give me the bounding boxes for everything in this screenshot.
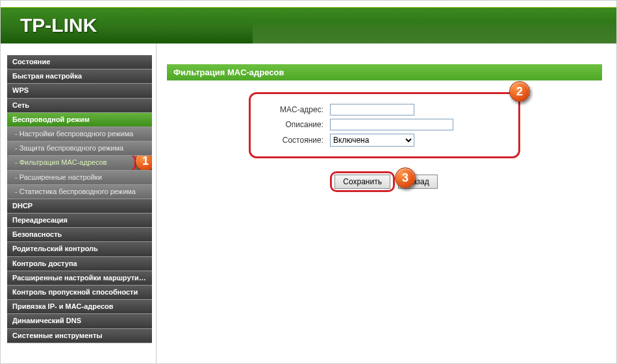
save-highlight: Сохранить	[330, 171, 395, 192]
annotation-badge-1: 1	[135, 156, 152, 170]
state-label: Состояние:	[270, 136, 330, 145]
nav-menu: Состояние Быстрая настройка WPS Сеть Бес…	[7, 55, 152, 343]
header-decoration	[253, 7, 616, 43]
nav-quick-setup[interactable]: Быстрая настройка	[7, 69, 152, 84]
nav-wireless-advanced[interactable]: - Расширенные настройки	[7, 171, 152, 185]
nav-wireless-settings[interactable]: - Настройки беспроводного режима	[7, 127, 152, 141]
nav-network[interactable]: Сеть	[7, 99, 152, 113]
annotation-badge-3: 3	[395, 167, 416, 188]
sidebar: Состояние Быстрая настройка WPS Сеть Бес…	[1, 43, 152, 363]
nav-wireless-security[interactable]: - Защита беспроводного режима	[7, 141, 152, 156]
nav-security[interactable]: Безопасность	[7, 228, 152, 242]
mac-label: MAC-адрес:	[270, 105, 330, 114]
nav-wireless[interactable]: Беспроводной режим	[7, 113, 152, 127]
nav-forwarding[interactable]: Переадресация	[7, 213, 152, 228]
form-panel: 2 MAC-адрес: Описание: Состояние: Включе…	[249, 92, 520, 158]
state-select[interactable]: Включена	[330, 134, 414, 147]
mac-input[interactable]	[330, 104, 414, 115]
save-button[interactable]: Сохранить	[334, 175, 390, 189]
nav-wireless-stats[interactable]: - Статистика беспроводного режима	[7, 185, 152, 199]
nav-parental[interactable]: Родительский контроль	[7, 242, 152, 256]
page-title: Фильтрация MAC-адресов	[167, 64, 602, 80]
button-row: 3 Сохранить Назад	[167, 171, 602, 192]
nav-access-control[interactable]: Контроль доступа	[7, 257, 152, 271]
header-bar: TP-LINK	[1, 7, 616, 43]
brand-logo: TP-LINK	[20, 14, 97, 36]
nav-mac-filtering[interactable]: - Фильтрация MAC-адресов 1	[7, 156, 152, 170]
nav-ip-mac-binding[interactable]: Привязка IP- и MAC-адресов	[7, 300, 152, 314]
content-area: Фильтрация MAC-адресов 2 MAC-адрес: Опис…	[156, 43, 616, 363]
nav-ddns[interactable]: Динамический DNS	[7, 314, 152, 328]
desc-input[interactable]	[330, 119, 453, 130]
nav-routing[interactable]: Расширенные настройки маршрутизации	[7, 271, 152, 285]
nav-bandwidth[interactable]: Контроль пропускной способности	[7, 285, 152, 300]
annotation-badge-2: 2	[509, 81, 530, 102]
nav-wps[interactable]: WPS	[7, 84, 152, 98]
nav-system-tools[interactable]: Системные инструменты	[7, 329, 152, 343]
nav-status[interactable]: Состояние	[7, 55, 152, 69]
desc-label: Описание:	[270, 120, 330, 129]
nav-mac-filtering-label: - Фильтрация MAC-адресов	[15, 158, 107, 166]
nav-dhcp[interactable]: DHCP	[7, 199, 152, 213]
